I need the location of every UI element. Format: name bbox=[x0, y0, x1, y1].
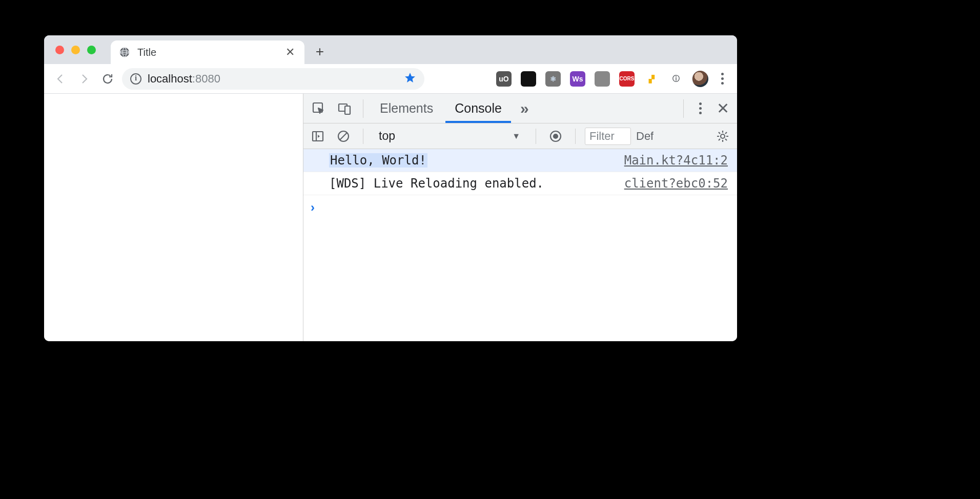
browser-menu-button[interactable] bbox=[714, 73, 730, 85]
extension-info-icon[interactable]: ⓘ bbox=[668, 71, 684, 87]
console-toolbar: top ▼ Filter Default levels bbox=[303, 123, 737, 149]
chevron-down-icon: ▼ bbox=[512, 132, 520, 141]
clear-console-icon[interactable] bbox=[333, 126, 354, 147]
browser-toolbar: localhost:8080 uO⚛WsCORS▞ⓘ bbox=[44, 64, 737, 94]
extension-cors-icon[interactable]: CORS bbox=[619, 71, 635, 87]
minimize-window-button[interactable] bbox=[71, 46, 80, 54]
message-text: Hello, World! bbox=[329, 153, 427, 168]
extension-lighthouse-icon[interactable]: ▞ bbox=[644, 71, 659, 87]
content-area: Elements Console » ✕ top ▼ bbox=[44, 94, 737, 341]
message-source-link[interactable]: client?ebc0:52 bbox=[624, 176, 728, 191]
page-viewport[interactable] bbox=[44, 94, 303, 341]
separator bbox=[363, 99, 363, 118]
svg-marker-4 bbox=[405, 73, 415, 82]
browser-tab[interactable]: Title ✕ bbox=[111, 40, 304, 64]
separator bbox=[683, 99, 684, 118]
chevron-right-icon: › bbox=[311, 200, 315, 215]
devtools-tab-bar: Elements Console » ✕ bbox=[303, 94, 737, 123]
execution-context-selector[interactable]: top ▼ bbox=[373, 127, 526, 146]
extension-webstorm-icon[interactable]: Ws bbox=[570, 71, 585, 87]
extension-mouse-icon[interactable] bbox=[595, 71, 610, 87]
reload-button[interactable] bbox=[98, 70, 117, 88]
close-window-button[interactable] bbox=[55, 46, 64, 54]
forward-button[interactable] bbox=[75, 70, 93, 88]
extensions-area: uO⚛WsCORS▞ⓘ bbox=[496, 71, 684, 87]
site-info-icon[interactable] bbox=[130, 73, 141, 85]
address-bar[interactable]: localhost:8080 bbox=[122, 68, 424, 90]
svg-point-14 bbox=[721, 134, 725, 138]
tab-close-button[interactable]: ✕ bbox=[284, 46, 296, 59]
maximize-window-button[interactable] bbox=[87, 46, 96, 54]
devtools-panel: Elements Console » ✕ top ▼ bbox=[303, 94, 737, 341]
tab-title: Title bbox=[137, 47, 277, 58]
tab-strip: Title ✕ + bbox=[44, 35, 737, 64]
console-message: [WDS] Live Reloading enabled.client?ebc0… bbox=[303, 172, 737, 195]
inspect-element-icon[interactable] bbox=[308, 97, 330, 120]
extension-apollo-icon[interactable] bbox=[521, 71, 536, 87]
svg-point-13 bbox=[554, 134, 558, 138]
separator bbox=[363, 129, 363, 144]
devtools-close-button[interactable]: ✕ bbox=[712, 99, 733, 117]
browser-window: Title ✕ + localhost:8080 uO⚛WsCORS▞ⓘ bbox=[44, 35, 737, 341]
message-source-link[interactable]: Main.kt?4c11:2 bbox=[624, 153, 728, 168]
console-message: Hello, World!Main.kt?4c11:2 bbox=[303, 149, 737, 172]
extension-ublock-icon[interactable]: uO bbox=[496, 71, 512, 87]
svg-rect-7 bbox=[345, 106, 350, 114]
device-toolbar-icon[interactable] bbox=[333, 97, 356, 120]
context-label: top bbox=[379, 129, 395, 143]
separator bbox=[536, 129, 536, 144]
separator bbox=[575, 129, 576, 144]
url-text: localhost:8080 bbox=[148, 72, 220, 86]
tab-console[interactable]: Console bbox=[445, 94, 511, 123]
devtools-menu-button[interactable] bbox=[690, 102, 710, 114]
globe-icon bbox=[119, 47, 130, 58]
live-expression-icon[interactable] bbox=[545, 126, 566, 147]
svg-line-11 bbox=[340, 133, 347, 140]
window-controls bbox=[55, 46, 96, 54]
filter-input[interactable]: Filter bbox=[585, 128, 631, 145]
tab-elements[interactable]: Elements bbox=[371, 94, 442, 123]
message-text: [WDS] Live Reloading enabled. bbox=[329, 176, 544, 191]
back-button[interactable] bbox=[51, 70, 70, 88]
profile-avatar[interactable] bbox=[692, 71, 708, 87]
new-tab-button[interactable]: + bbox=[310, 41, 330, 62]
console-input-row[interactable]: › bbox=[303, 195, 737, 220]
toggle-sidebar-icon[interactable] bbox=[308, 126, 328, 147]
more-tabs-button[interactable]: » bbox=[520, 100, 529, 117]
extension-react-icon[interactable]: ⚛ bbox=[545, 71, 561, 87]
log-levels-selector[interactable]: Default levels bbox=[636, 130, 654, 143]
console-settings-icon[interactable] bbox=[712, 126, 733, 147]
console-output: Hello, World!Main.kt?4c11:2[WDS] Live Re… bbox=[303, 149, 737, 195]
bookmark-star-icon[interactable] bbox=[404, 72, 416, 86]
